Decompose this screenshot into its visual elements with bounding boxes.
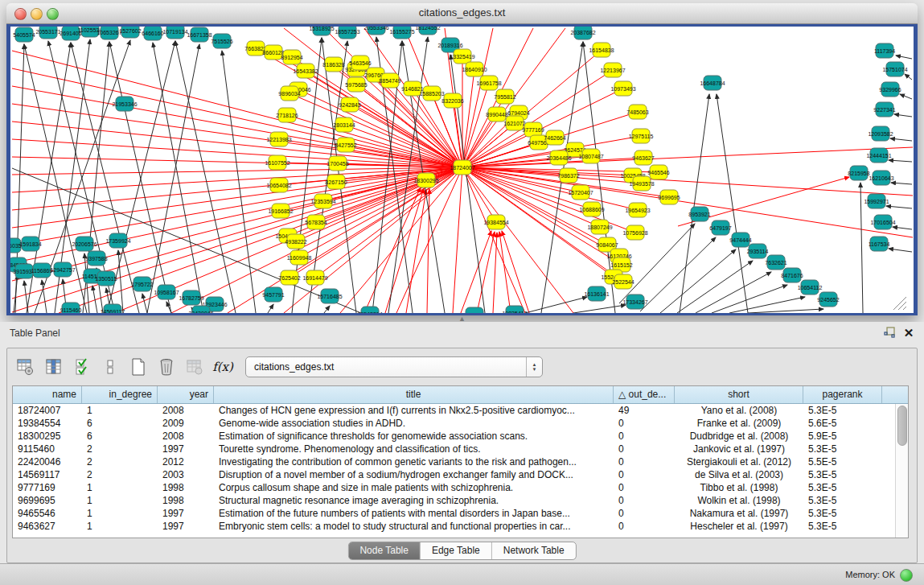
graph-edge <box>109 42 171 313</box>
graph-node-label: 16107552 <box>265 160 290 166</box>
graph-edge <box>462 167 496 222</box>
graph-node-label: 18807249 <box>587 225 612 230</box>
cell-in_degree: 2 <box>82 468 158 481</box>
table-row[interactable]: 1830029562008Estimation of significance … <box>13 430 908 443</box>
table-row[interactable]: 1938455462009Genome-wide association stu… <box>13 417 908 430</box>
cell-year: 2008 <box>158 430 214 443</box>
resize-grip-icon[interactable] <box>903 307 906 310</box>
column-header-name[interactable]: name <box>13 386 82 403</box>
table-row[interactable]: 1456911722003Disruption of a novel membe… <box>13 468 908 481</box>
tab-edge-table[interactable]: Edge Table <box>421 542 492 559</box>
column-header-pagerank[interactable]: pagerank <box>803 386 882 403</box>
memory-status-indicator <box>900 569 913 582</box>
graph-node-label: 18724007 <box>450 165 474 171</box>
table-vertical-scrollbar[interactable] <box>895 404 908 538</box>
table-row[interactable]: 946362711997Embryonic stem cells: a mode… <box>13 520 908 533</box>
network-window-titlebar[interactable]: citations_edges.txt <box>6 3 918 24</box>
column-header-year[interactable]: year <box>158 386 214 403</box>
graph-node-label: 9329966 <box>879 87 901 93</box>
table-row[interactable]: 969969511998Structural magnetic resonanc… <box>13 494 908 507</box>
graph-node-label: 12213967 <box>600 68 625 73</box>
graph-node-label: 12975115 <box>629 134 654 139</box>
graph-node-label: 10688609 <box>579 207 604 212</box>
tab-node-table[interactable]: Node Table <box>348 542 421 559</box>
create-table-icon[interactable] <box>128 356 149 377</box>
close-panel-icon[interactable]: ✕ <box>901 326 916 340</box>
column-header-in_degree[interactable]: in_degree <box>82 386 158 403</box>
column-header-title[interactable]: title <box>214 386 614 403</box>
graph-node-label: 7625402 <box>278 275 300 281</box>
float-window-icon[interactable] <box>882 326 897 340</box>
table-toolbar: f(x) <box>15 355 233 379</box>
graph-node-label: 22420046 <box>188 311 213 314</box>
graph-node-label: 8215958 <box>848 171 869 176</box>
panel-splitter[interactable]: ▲ <box>0 315 924 322</box>
select-columns-icon[interactable] <box>43 356 64 377</box>
scrollbar-thumb[interactable] <box>897 406 907 446</box>
graph-node-label: 9242843 <box>339 102 360 108</box>
cell-pagerank: 5.3E-5 <box>803 494 882 507</box>
cell-in_degree: 6 <box>82 430 158 443</box>
graph-node-label: 8471676 <box>781 273 803 278</box>
graph-edge <box>890 138 912 141</box>
table-row[interactable]: 977716911998Corpus callosum shape and si… <box>13 481 908 494</box>
graph-node-label: 16210643 <box>869 175 893 181</box>
row-options-icon[interactable] <box>100 356 121 377</box>
graph-node-label: 9896034 <box>278 91 300 97</box>
table-row[interactable]: 2242004622012Investigating the contribut… <box>13 455 908 468</box>
graph-node-label: 8912954 <box>281 55 302 60</box>
network-canvas[interactable]: 5405574205531712691406110255341065326715… <box>10 27 914 313</box>
graph-edge <box>171 167 462 313</box>
splitter-handle-icon[interactable]: ▲ <box>458 316 466 322</box>
column-header-out_de[interactable]: △ out_de... <box>614 386 675 403</box>
graph-node-label: 16648784 <box>700 80 725 86</box>
cell-out_de: 0 <box>614 507 675 520</box>
cell-name: 18300295 <box>13 430 82 443</box>
table-settings-icon[interactable] <box>15 356 36 377</box>
network-window: citations_edges.txt 54055742055317126914… <box>6 3 918 315</box>
cell-short: Stergiakouli et al. (2012) <box>675 455 803 468</box>
table-row[interactable]: 911546021997Tourette syndrome. Phenomeno… <box>13 443 908 455</box>
graph-node-label: 19166852 <box>268 208 293 214</box>
toggle-attributes-icon[interactable] <box>72 356 92 377</box>
graph-edge <box>462 69 474 167</box>
graph-edge <box>894 114 912 117</box>
graph-edge <box>502 231 529 313</box>
cell-name: 14569117 <box>13 468 82 481</box>
cell-pagerank: 5.3E-5 <box>803 443 882 455</box>
table-row[interactable]: 946554611997Estimation of the future num… <box>13 507 908 520</box>
graph-node-label: 4938222 <box>285 239 306 245</box>
graph-edge <box>462 167 573 313</box>
cell-title: Estimation of significance thresholds fo… <box>214 430 614 443</box>
graph-node-label: 16914479 <box>302 275 327 281</box>
network-canvas-svg: 5405574205531712691406110255341065326715… <box>10 27 914 313</box>
cell-short: de Silva et al. (2003) <box>675 468 803 481</box>
cell-pagerank: 5.9E-5 <box>803 430 882 443</box>
cell-in_degree: 6 <box>82 417 158 430</box>
graph-node-label: 8186328 <box>322 62 344 68</box>
graph-node-label: 20387682 <box>570 30 595 35</box>
graph-node-label: 15318925 <box>309 27 334 31</box>
cell-title: Tourette syndrome. Phenomenology and cla… <box>214 443 614 455</box>
graph-node-label: 16154838 <box>589 47 614 53</box>
column-header-short[interactable]: short <box>675 386 803 403</box>
graph-edge <box>268 304 273 313</box>
table-row[interactable]: 1872400712008Changes of HCN gene express… <box>13 404 908 417</box>
graph-edge <box>12 167 462 299</box>
cell-out_de: 0 <box>614 481 675 494</box>
resize-grip-icon[interactable] <box>898 302 906 310</box>
tab-network-table[interactable]: Network Table <box>492 542 576 559</box>
cell-name: 9699695 <box>13 494 82 507</box>
delete-table-icon[interactable] <box>156 356 177 377</box>
graph-edge <box>886 206 912 208</box>
graph-node-label: 14569117 <box>101 309 125 314</box>
cell-name: 18724007 <box>13 404 82 417</box>
import-table-icon[interactable] <box>184 356 205 377</box>
table-selector-combobox[interactable]: citations_edges.txt ▲▼ <box>245 356 543 377</box>
graph-edge <box>12 139 462 167</box>
combo-stepper-icon[interactable]: ▲▼ <box>526 357 542 377</box>
cell-out_de: 0 <box>614 430 675 443</box>
graph-node-label: 18124552 <box>415 27 440 31</box>
function-builder-icon[interactable]: f(x) <box>212 356 233 377</box>
cell-title: Structural magnetic resonance image aver… <box>214 494 614 507</box>
